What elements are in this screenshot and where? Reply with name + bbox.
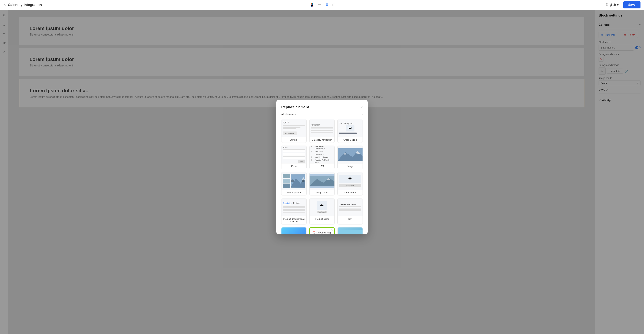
gallery-right-arrow-icon[interactable]: › <box>302 180 305 182</box>
slider-right-arrow-icon[interactable]: › <box>333 180 334 182</box>
element-card-product-slider[interactable]: ‹ 🕶 Add to cart › Product slider <box>309 198 335 225</box>
cs-left-arrow-icon: ‹ <box>339 127 340 130</box>
element-preview-product-slider: ‹ 🕶 Add to cart › <box>310 199 334 216</box>
element-preview-form: Form Send <box>282 146 306 163</box>
slider-left-arrow-icon[interactable]: ‹ <box>310 180 311 182</box>
element-card-form[interactable]: Form Send Form <box>281 145 306 169</box>
gallery-left-arrow-icon[interactable]: ‹ <box>291 180 294 182</box>
topbar: × Calendly-Integration 📱 ▭ 🖥 ⊞ English ▾… <box>0 0 644 10</box>
product-slider-right-arrow-icon[interactable]: › <box>332 206 333 209</box>
element-preview-calendly-element: ✎ 📅 1 Minute Meeting <box>310 228 334 234</box>
element-preview-product-box: 🕶 Add to cart <box>338 172 362 190</box>
grid-icon[interactable]: ⊞ <box>332 3 335 7</box>
tablet-icon[interactable]: ▭ <box>318 3 321 7</box>
element-preview-product-description-reviews: Description Reviews <box>282 199 306 216</box>
element-preview-html: 1<h2>Lorem ipsum</h2> 2<p>Lorem ipsum</p… <box>310 146 334 163</box>
svg-rect-10 <box>338 230 362 234</box>
element-card-cross-selling[interactable]: Cross Selling title ‹ 🕶 › Cross Selling <box>338 119 363 143</box>
element-card-buy-box[interactable]: 0,00 € Add to cart Buy box <box>281 119 306 143</box>
modal-title: Replace element <box>281 105 309 109</box>
device-switcher: 📱 ▭ 🖥 ⊞ <box>309 3 335 7</box>
element-card-product-description-reviews[interactable]: Description Reviews Product description … <box>281 198 306 225</box>
topbar-right: English ▾ Save <box>603 1 640 9</box>
element-card-youtube-video[interactable]: YouTube video <box>338 227 363 234</box>
filter-row: All elements ▾ <box>281 113 363 116</box>
element-card-vimeo-video[interactable]: V ⋮ Vimeo video <box>281 227 306 234</box>
replace-element-modal: Replace element × All elements ▾ 0,00 € <box>276 100 368 234</box>
modal-header: Replace element × <box>281 105 363 109</box>
desktop-icon[interactable]: 🖥 <box>325 3 329 7</box>
image-slider-label: Image slider <box>310 190 334 195</box>
element-preview-image-gallery: ‹ › <box>282 172 306 190</box>
buybox-preview-content: 0,00 € Add to cart <box>283 121 305 135</box>
category-navigation-label: Category navigation <box>310 137 334 142</box>
element-card-text[interactable]: Lorem ipsum dolor Text <box>338 198 363 225</box>
element-preview-image-slider: ‹ › <box>310 172 334 190</box>
save-button[interactable]: Save <box>623 1 640 9</box>
language-selector[interactable]: English ▾ <box>603 2 621 8</box>
calendly-pencil-icon: ✎ <box>331 229 333 232</box>
mountain-svg <box>338 146 362 163</box>
calendly-calendar-icon: 📅 <box>312 231 316 234</box>
element-card-html[interactable]: 1<h2>Lorem ipsum</h2> 2<p>Lorem ipsum</p… <box>309 145 335 169</box>
filter-chevron-icon[interactable]: ▾ <box>362 113 363 116</box>
buy-box-label: Buy box <box>282 137 306 142</box>
element-preview-image <box>338 146 362 163</box>
element-card-image[interactable]: Image <box>338 145 363 169</box>
product-description-reviews-label: Product description & reviews <box>282 216 306 224</box>
modal-overlay: Replace element × All elements ▾ 0,00 € <box>0 0 644 334</box>
image-gallery-label: Image gallery <box>282 190 306 195</box>
language-value: English <box>606 3 616 7</box>
element-card-category-navigation[interactable]: Navigation Category navigation <box>309 119 335 143</box>
element-preview-youtube-video <box>338 228 362 234</box>
product-slider-left-arrow-icon[interactable]: ‹ <box>311 206 312 209</box>
cross-selling-label: Cross Selling <box>338 137 362 142</box>
form-label: Form <box>282 163 306 169</box>
element-card-image-slider[interactable]: ‹ › Image slider <box>309 172 335 196</box>
product-box-label: Product box <box>338 190 362 195</box>
vimeo-menu-icon: ⋮ <box>303 229 305 231</box>
image-label: Image <box>338 163 362 169</box>
element-preview-category-navigation: Navigation <box>310 119 334 137</box>
element-preview-buy-box: 0,00 € Add to cart <box>282 119 306 137</box>
chevron-down-icon: ▾ <box>617 3 618 7</box>
cs-right-arrow-icon: › <box>360 127 361 130</box>
close-icon[interactable]: × <box>4 3 6 7</box>
element-card-product-box[interactable]: 🕶 Add to cart Product box <box>338 172 363 196</box>
element-preview-vimeo-video: V ⋮ <box>282 228 306 234</box>
text-label: Text <box>338 216 362 222</box>
element-grid: 0,00 € Add to cart Buy box Navigati <box>281 119 363 234</box>
mobile-icon[interactable]: 📱 <box>309 3 314 7</box>
html-label: HTML <box>310 163 334 169</box>
element-card-calendly-element[interactable]: ✎ 📅 1 Minute Meeting <box>309 227 335 234</box>
product-slider-label: Product slider <box>310 216 334 222</box>
filter-label: All elements <box>281 113 296 116</box>
page-title: Calendly-Integration <box>8 3 42 7</box>
element-preview-cross-selling: Cross Selling title ‹ 🕶 › <box>338 119 362 137</box>
element-card-image-gallery[interactable]: ‹ › Image gallery <box>281 172 306 196</box>
topbar-left: × Calendly-Integration <box>4 3 42 7</box>
element-preview-text: Lorem ipsum dolor <box>338 199 362 216</box>
modal-close-icon[interactable]: × <box>360 105 363 109</box>
